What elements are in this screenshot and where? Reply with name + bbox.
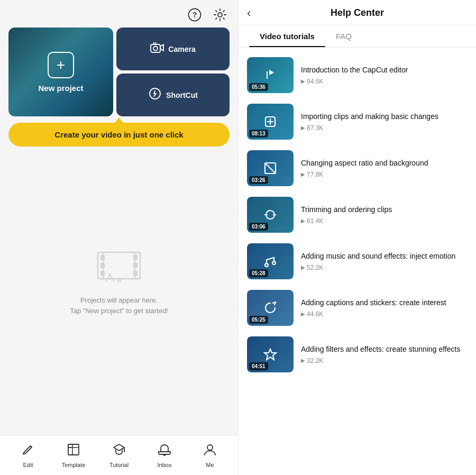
- shortcut-icon: [148, 87, 162, 104]
- bottom-nav: Edit Template T: [0, 435, 238, 475]
- tutorial-item[interactable]: 05:25 Adding captions and stickers: crea…: [239, 285, 476, 331]
- tutorial-thumbnail: 08:13: [247, 104, 294, 140]
- tutorial-thumbnail: 05:25: [247, 290, 294, 326]
- tutorial-views: ▶ 61.4K: [301, 217, 468, 225]
- nav-item-me[interactable]: Me: [194, 443, 226, 468]
- tutorial-info: Trimming and ordering clips ▶ 61.4K: [301, 205, 468, 225]
- tutorial-title: Adding filters and effects: create stunn…: [301, 344, 468, 355]
- right-cards: Camera ShortCut: [116, 28, 230, 116]
- play-icon: ▶: [301, 125, 305, 131]
- tutorial-title: Changing aspect ratio and background: [301, 158, 468, 169]
- play-icon: ▶: [301, 264, 305, 270]
- tutorial-thumbnail: 05:28: [247, 243, 294, 279]
- nav-label-template: Template: [62, 462, 86, 468]
- tutorial-info: Changing aspect ratio and background ▶ 7…: [301, 158, 468, 178]
- tutorial-item[interactable]: 03:06 Trimming and ordering clips ▶ 61.4…: [239, 191, 476, 238]
- plus-icon: +: [48, 52, 74, 78]
- tutorial-thumbnail: 04:51: [247, 336, 294, 372]
- nav-item-tutorial[interactable]: Tutorial: [103, 443, 135, 468]
- tutorials-list: 05:36 Introduction to the CapCut editor …: [239, 48, 476, 475]
- tabs-row: Video tutorials FAQ: [239, 25, 476, 48]
- tutorial-info: Introduction to the CapCut editor ▶ 94.6…: [301, 65, 468, 85]
- tutorial-thumbnail: 03:26: [247, 150, 294, 186]
- svg-rect-15: [133, 271, 138, 276]
- tab-faq[interactable]: FAQ: [325, 25, 362, 47]
- empty-state-text: Projects will appear here. Tap "New proj…: [70, 295, 168, 316]
- edit-icon: [21, 443, 35, 460]
- tutorial-item[interactable]: 04:51 Adding filters and effects: create…: [239, 331, 476, 378]
- tutorial-title: Adding music and sound effects: inject e…: [301, 251, 468, 262]
- tutorial-info: Adding music and sound effects: inject e…: [301, 251, 468, 271]
- tutorial-title: Trimming and ordering clips: [301, 205, 468, 215]
- tutorial-views: ▶ 87.3K: [301, 124, 468, 132]
- tutorial-info: Adding filters and effects: create stunn…: [301, 344, 468, 364]
- svg-rect-5: [153, 43, 156, 44]
- tutorial-item[interactable]: 03:26 Changing aspect ratio and backgrou…: [239, 145, 476, 191]
- tutorial-item[interactable]: 08:13 Importing clips and making basic c…: [239, 98, 476, 145]
- tutorial-info: Importing clips and making basic changes…: [301, 112, 468, 132]
- new-project-label: New project: [38, 84, 83, 93]
- duration-badge: 05:28: [249, 269, 268, 277]
- svg-rect-14: [133, 263, 138, 268]
- svg-rect-12: [100, 271, 105, 276]
- svg-rect-3: [151, 44, 160, 52]
- right-panel: ‹ Help Center Video tutorials FAQ 05:36 …: [238, 0, 476, 475]
- inbox-icon: [158, 443, 171, 460]
- project-grid: + New project Camera: [0, 28, 238, 116]
- tutorial-info: Adding captions and stickers: create int…: [301, 298, 468, 318]
- svg-point-18: [117, 278, 121, 281]
- nav-item-inbox[interactable]: Inbox: [149, 443, 180, 468]
- new-project-card[interactable]: + New project: [8, 28, 113, 116]
- tutorial-views: ▶ 94.6K: [301, 78, 468, 85]
- tutorial-item[interactable]: 05:36 Introduction to the CapCut editor …: [239, 52, 476, 98]
- help-icon[interactable]: ?: [185, 5, 204, 24]
- tutorial-views: ▶ 32.2K: [301, 357, 468, 364]
- back-button[interactable]: ‹: [247, 6, 251, 20]
- tab-video-tutorials[interactable]: Video tutorials: [249, 25, 325, 47]
- tutorial-views: ▶ 44.6K: [301, 310, 468, 318]
- duration-badge: 04:51: [249, 362, 268, 370]
- svg-point-4: [153, 46, 158, 50]
- svg-rect-11: [100, 263, 105, 268]
- camera-icon: [150, 42, 164, 57]
- settings-icon[interactable]: [210, 5, 230, 24]
- tutorial-title: Adding captions and stickers: create int…: [301, 298, 468, 308]
- svg-point-24: [207, 445, 213, 450]
- tutorial-icon: [112, 443, 126, 460]
- camera-label: Camera: [168, 45, 195, 53]
- tutorial-views: ▶ 52.2K: [301, 264, 468, 271]
- tutorial-title: Importing clips and making basic changes: [301, 112, 468, 122]
- svg-line-29: [265, 163, 276, 173]
- play-icon: ▶: [301, 311, 305, 317]
- shortcut-label: ShortCut: [166, 91, 198, 99]
- svg-line-17: [109, 273, 114, 281]
- svg-text:?: ?: [193, 11, 197, 19]
- nav-label-me: Me: [206, 462, 214, 468]
- svg-marker-33: [264, 349, 276, 360]
- svg-point-2: [218, 13, 222, 17]
- svg-rect-19: [68, 444, 79, 455]
- nav-item-edit[interactable]: Edit: [12, 443, 44, 468]
- duration-badge: 08:13: [249, 130, 268, 138]
- duration-badge: 05:36: [249, 83, 268, 91]
- play-icon: ▶: [301, 358, 305, 363]
- template-icon: [67, 443, 80, 460]
- camera-card[interactable]: Camera: [116, 28, 230, 70]
- duration-badge: 03:06: [249, 223, 268, 231]
- tutorial-title: Introduction to the CapCut editor: [301, 65, 468, 76]
- play-icon: ▶: [301, 78, 305, 84]
- tutorial-item[interactable]: 05:28 Adding music and sound effects: in…: [239, 238, 476, 285]
- nav-item-template[interactable]: Template: [58, 443, 89, 468]
- help-center-header: ‹ Help Center: [239, 0, 476, 25]
- nav-label-tutorial: Tutorial: [109, 462, 129, 468]
- play-icon: ▶: [301, 171, 305, 177]
- tutorial-thumbnail: 05:36: [247, 57, 294, 93]
- duration-badge: 03:26: [249, 176, 268, 184]
- play-icon: ▶: [301, 218, 305, 224]
- shortcut-card[interactable]: ShortCut: [116, 74, 230, 116]
- create-video-button[interactable]: Create your video in just one click: [8, 123, 230, 147]
- duration-badge: 05:25: [249, 316, 268, 324]
- svg-rect-13: [133, 255, 138, 260]
- left-panel: ? + New project: [0, 0, 238, 475]
- me-icon: [203, 443, 217, 460]
